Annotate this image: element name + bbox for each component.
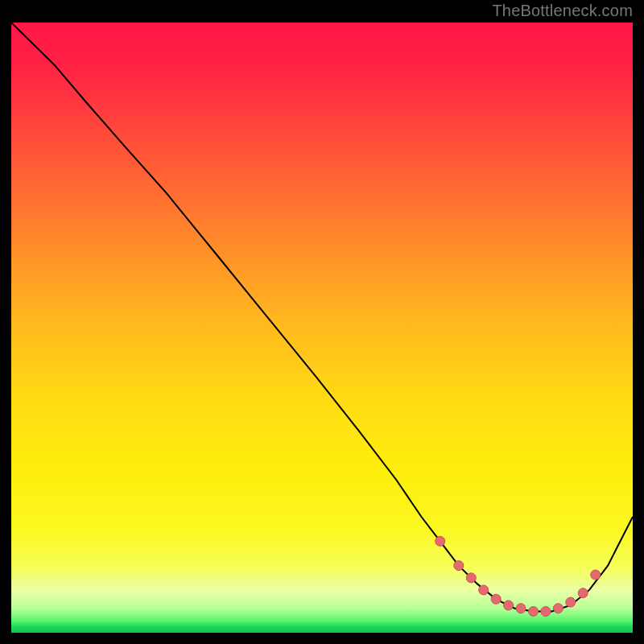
- plot-area: [11, 23, 633, 633]
- data-marker: [553, 604, 563, 613]
- marker-group: [436, 536, 601, 616]
- data-marker: [491, 594, 501, 604]
- curve-path: [11, 23, 633, 612]
- data-marker: [466, 573, 476, 583]
- watermark-text: TheBottleneck.com: [492, 2, 633, 20]
- data-marker: [566, 597, 576, 607]
- data-marker: [436, 536, 445, 546]
- data-marker: [578, 588, 588, 598]
- data-marker: [541, 607, 551, 617]
- data-marker: [591, 570, 601, 580]
- data-marker: [454, 561, 464, 571]
- data-marker: [516, 604, 526, 613]
- chart-stage: TheBottleneck.com: [0, 0, 644, 644]
- data-marker: [479, 585, 489, 595]
- data-marker: [504, 601, 514, 610]
- data-marker: [529, 607, 539, 617]
- chart-svg: [11, 23, 633, 633]
